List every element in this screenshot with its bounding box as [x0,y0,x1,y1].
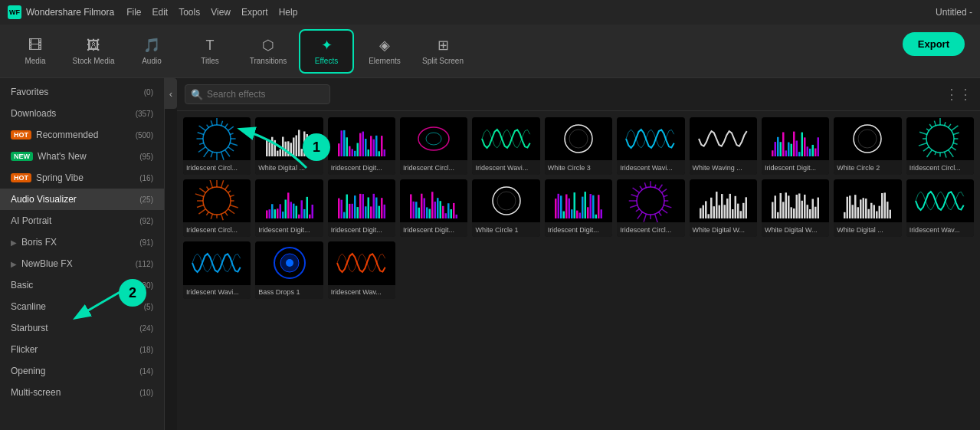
sidebar-label-newblue-fx: NewBlue FX [21,258,73,269]
sidebar-label-audio-visualizer: Audio Visualizer [11,194,77,205]
effect-card[interactable]: White Waving ... [690,117,757,175]
svg-point-58 [426,133,441,145]
annotation-1: 1 [303,133,330,161]
toolbar-item-elements[interactable]: ◈Elements [357,29,412,74]
collapse-sidebar-button[interactable]: ‹ [165,78,177,109]
svg-rect-259 [857,207,860,218]
svg-rect-169 [437,198,439,218]
effect-label: White Digital W... [762,222,829,237]
effect-card[interactable]: White Circle 3 [545,117,612,175]
svg-rect-168 [434,202,437,218]
sidebar-item-audio-visualizer[interactable]: Audio Visualizer (25) [0,189,164,210]
effect-card[interactable]: Iridescent Digit... [400,179,467,237]
svg-rect-41 [343,130,346,156]
sidebar-item-ai-portrait[interactable]: AI Portrait (92) [0,210,164,231]
svg-rect-231 [734,196,736,218]
svg-rect-245 [796,195,798,218]
effect-card[interactable]: Iridescent Wavi... [472,117,539,175]
svg-rect-39 [338,143,340,156]
effect-card[interactable]: White Digital ... [834,179,901,237]
effect-card[interactable]: Iridescent Digit... [762,117,829,175]
svg-rect-175 [453,203,455,218]
svg-rect-250 [809,209,811,218]
effect-card[interactable]: Iridescent Circl... [617,179,684,237]
svg-rect-61 [772,150,774,156]
effect-card[interactable]: Iridescent Wav... [328,241,395,299]
sidebar-item-boris-fx[interactable]: ▶ Boris FX (91) [0,231,164,253]
svg-rect-66 [785,150,788,156]
sidebar: Favorites (0) Downloads (357) HOT Recomm… [0,78,165,430]
toolbar-item-splitscreen[interactable]: ⊞Split Screen [415,29,470,74]
svg-rect-51 [370,136,372,156]
menu-item-view[interactable]: View [211,7,231,18]
svg-line-4 [225,149,230,156]
toolbar-item-titles[interactable]: TTitles [182,29,238,74]
svg-rect-248 [804,195,806,218]
sidebar-label-ai-portrait: AI Portrait [11,215,51,226]
menu-item-tools[interactable]: Tools [179,7,200,18]
app-name: Wondershare Filmora [26,7,114,18]
svg-rect-252 [814,206,817,218]
toolbar-item-audio[interactable]: 🎵Audio [124,29,179,74]
toolbar-item-stock[interactable]: 🖼Stock Media [66,29,121,74]
menu-item-export[interactable]: Export [241,7,268,18]
export-button[interactable]: Export [903,32,965,56]
effect-card[interactable]: White Circle 1 [472,179,539,237]
toolbar-item-media[interactable]: 🎞Media [8,29,63,74]
svg-rect-144 [346,194,348,218]
grid-view-icon[interactable]: ⋮⋮ [945,86,972,103]
svg-line-114 [195,194,204,197]
svg-line-90 [923,146,929,150]
toolbar-icon-audio: 🎵 [143,37,160,54]
sidebar-item-favorites[interactable]: Favorites (0) [0,81,164,103]
svg-rect-260 [860,199,862,218]
toolbar-item-transitions[interactable]: ⬡Transitions [241,29,296,74]
sidebar-item-flicker[interactable]: Flicker (18) [0,339,164,360]
sidebar-item-multi-screen[interactable]: Multi-screen (10) [0,382,164,403]
effect-card[interactable]: White Digital W... [762,179,829,237]
effect-thumbnail [472,117,539,160]
toolbar-icon-elements: ◈ [379,37,390,54]
effect-card[interactable]: Iridescent Circl... [400,117,467,175]
effect-card[interactable]: Iridescent Digit... [328,179,395,237]
effect-card[interactable]: White Circle 2 [834,117,901,175]
sidebar-item-recommended[interactable]: HOT Recommended (500) [0,124,164,146]
effect-card[interactable]: Iridescent Wavi... [183,241,251,299]
svg-rect-181 [560,195,562,218]
effect-card[interactable]: Iridescent Wavi... [617,117,684,175]
svg-rect-44 [351,149,353,156]
effect-card[interactable]: Bass Drops 1 [255,241,323,299]
collapse-arrow-newblue-fx: ▶ [11,260,17,268]
effect-card[interactable]: Iridescent Digit... [255,179,323,237]
effect-label: Iridescent Wav... [328,285,395,300]
svg-line-202 [655,214,658,222]
sidebar-count-boris-fx: (91) [139,238,153,247]
svg-line-119 [221,180,224,188]
menu-item-edit[interactable]: Edit [152,7,169,18]
search-input[interactable] [185,84,330,104]
svg-rect-150 [362,194,364,218]
sidebar-item-downloads[interactable]: Downloads (357) [0,103,164,124]
svg-rect-136 [300,200,303,218]
sidebar-item-newblue-fx[interactable]: ▶ NewBlue FX (112) [0,253,164,274]
svg-rect-56 [383,149,385,156]
svg-line-105 [228,208,235,213]
menu-item-help[interactable]: Help [279,7,298,18]
app-logo: WF [8,5,21,19]
svg-rect-196 [600,209,602,218]
toolbar-item-effects[interactable]: ✦Effects [299,29,354,74]
effect-card[interactable]: Iridescent Circl... [906,117,974,175]
effect-card[interactable]: Iridescent Circl... [183,179,251,237]
sidebar-item-opening[interactable]: Opening (14) [0,360,164,382]
svg-line-206 [636,208,640,211]
sidebar-item-spring-vibe[interactable]: HOT Spring Vibe (16) [0,167,164,189]
svg-rect-242 [788,195,790,218]
svg-rect-240 [782,202,785,218]
effect-card[interactable]: Iridescent Wav... [906,179,974,237]
effect-card[interactable]: Iridescent Digit... [545,179,612,237]
sidebar-item-whats-new[interactable]: NEW What's New (95) [0,146,164,167]
effect-label: Iridescent Digit... [328,160,395,175]
effect-card[interactable]: White Digital W... [690,179,757,237]
menu-item-file[interactable]: File [126,7,141,18]
effect-card[interactable]: Iridescent Digit... [328,117,395,175]
